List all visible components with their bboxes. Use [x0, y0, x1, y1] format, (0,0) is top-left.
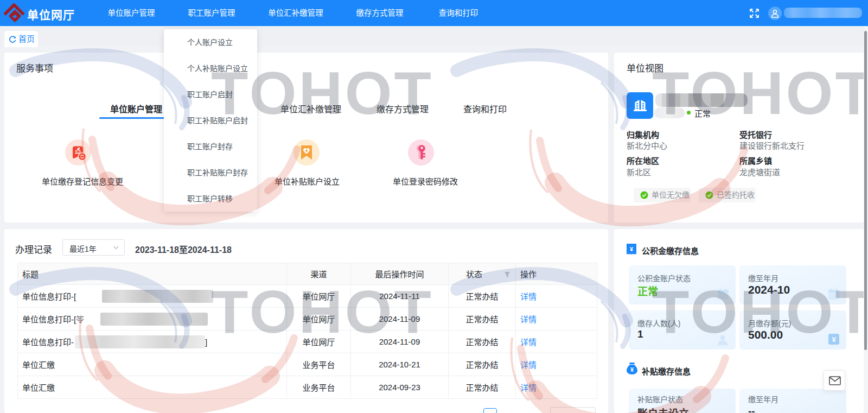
svg-text:¥: ¥ [630, 366, 634, 373]
svg-text:¥: ¥ [832, 335, 836, 344]
svg-text:¥: ¥ [630, 246, 634, 252]
